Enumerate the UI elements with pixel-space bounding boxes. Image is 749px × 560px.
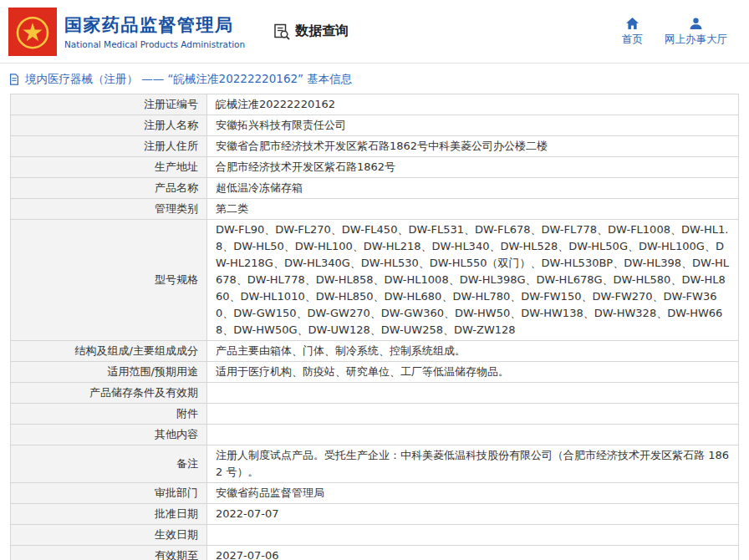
row-value: DW-FL90、DW-FL270、DW-FL450、DW-FL531、DW-FL… bbox=[216, 223, 729, 336]
info-table: 注册证编号皖械注准20222220162注册人名称安徽拓兴科技有限责任公司注册人… bbox=[10, 94, 739, 560]
table-row: 产品名称超低温冷冻储存箱 bbox=[11, 178, 739, 199]
row-label: 生产地址 bbox=[155, 160, 198, 173]
row-value-cell: 第二类 bbox=[207, 199, 739, 220]
table-row: 结构及组成/主要组成成分产品主要由箱体、门体、制冷系统、控制系统组成。 bbox=[11, 341, 739, 362]
row-value-cell: 安徽省合肥市经济技术开发区紫石路1862号中科美菱公司办公楼二楼 bbox=[207, 136, 739, 157]
site-header: 国家药品监督管理局 National Medical Products Admi… bbox=[0, 0, 749, 64]
row-label: 适用范围/预期用途 bbox=[108, 365, 198, 378]
table-row: 适用范围/预期用途适用于医疗机构、防疫站、研究单位、工厂等低温储存物品。 bbox=[11, 362, 739, 383]
table-row: 有效期至2027-07-06 bbox=[11, 546, 739, 560]
row-label-cell: 结构及组成/主要组成成分 bbox=[11, 341, 207, 362]
breadcrumb-text: 境内医疗器械（注册） —— “皖械注准20222220162” 基本信息 bbox=[25, 72, 352, 87]
row-value: 产品主要由箱体、门体、制冷系统、控制系统组成。 bbox=[216, 344, 466, 357]
data-query-label: 数据查询 bbox=[295, 23, 349, 40]
nav-home[interactable]: 首页 bbox=[622, 17, 643, 47]
row-value: 合肥市经济技术开发区紫石路1862号 bbox=[216, 160, 395, 173]
row-value: 超低温冷冻储存箱 bbox=[216, 181, 303, 194]
brand: 国家药品监督管理局 National Medical Products Admi… bbox=[8, 8, 245, 56]
row-value: 皖械注准20222220162 bbox=[216, 98, 335, 110]
row-value-cell: 超低温冷冻储存箱 bbox=[207, 178, 739, 199]
row-label: 产品名称 bbox=[155, 181, 198, 194]
home-icon bbox=[625, 17, 639, 31]
row-value-cell: 注册人制度试点产品。受托生产企业：中科美菱低温科技股份有限公司（合肥市经济技术开… bbox=[207, 445, 739, 483]
brand-text: 国家药品监督管理局 National Medical Products Admi… bbox=[64, 13, 245, 49]
site-title: 国家药品监督管理局 bbox=[64, 13, 245, 37]
row-label: 批准日期 bbox=[155, 507, 198, 520]
table-wrap: 注册证编号皖械注准20222220162注册人名称安徽拓兴科技有限责任公司注册人… bbox=[0, 94, 749, 560]
row-label: 其他内容 bbox=[155, 428, 198, 440]
table-row: 注册人名称安徽拓兴科技有限责任公司 bbox=[11, 115, 739, 136]
row-value-cell: 产品主要由箱体、门体、制冷系统、控制系统组成。 bbox=[207, 341, 739, 362]
row-value: 安徽省合肥市经济技术开发区紫石路1862号中科美菱公司办公楼二楼 bbox=[216, 140, 548, 152]
row-label-cell: 注册人名称 bbox=[11, 115, 207, 136]
nmpa-emblem-logo bbox=[8, 8, 57, 56]
row-value-cell: 安徽省药品监督管理局 bbox=[207, 483, 739, 504]
table-row: 备注注册人制度试点产品。受托生产企业：中科美菱低温科技股份有限公司（合肥市经济技… bbox=[11, 445, 739, 483]
row-label: 附件 bbox=[176, 407, 198, 420]
data-query-icon bbox=[273, 23, 290, 40]
table-row: 管理类别第二类 bbox=[11, 199, 739, 220]
table-row: 批准日期2022-07-07 bbox=[11, 504, 739, 525]
row-value: 安徽拓兴科技有限责任公司 bbox=[216, 119, 346, 131]
table-row: 生效日期 bbox=[11, 525, 739, 546]
table-row: 附件 bbox=[11, 404, 739, 425]
row-label: 注册人名称 bbox=[144, 119, 198, 131]
row-value-cell: 合肥市经济技术开发区紫石路1862号 bbox=[207, 157, 739, 178]
table-row: 注册证编号皖械注准20222220162 bbox=[11, 94, 739, 115]
row-label-cell: 管理类别 bbox=[11, 199, 207, 220]
data-query-section: 数据查询 bbox=[273, 23, 349, 40]
row-label: 审批部门 bbox=[155, 486, 198, 499]
row-label-cell: 生效日期 bbox=[11, 525, 207, 546]
row-label-cell: 产品储存条件及有效期 bbox=[11, 383, 207, 404]
row-value-cell: 安徽拓兴科技有限责任公司 bbox=[207, 115, 739, 136]
row-value-cell: 2022-07-07 bbox=[207, 504, 739, 525]
row-value: 注册人制度试点产品。受托生产企业：中科美菱低温科技股份有限公司（合肥市经济技术开… bbox=[216, 449, 729, 478]
row-label-cell: 注册证编号 bbox=[11, 94, 207, 115]
row-label: 有效期至 bbox=[155, 549, 198, 560]
row-label-cell: 附件 bbox=[11, 404, 207, 425]
row-label-cell: 审批部门 bbox=[11, 483, 207, 504]
info-table-body: 注册证编号皖械注准20222220162注册人名称安徽拓兴科技有限责任公司注册人… bbox=[11, 94, 739, 560]
row-label: 管理类别 bbox=[155, 202, 198, 215]
table-row: 产品储存条件及有效期 bbox=[11, 383, 739, 404]
row-label-cell: 有效期至 bbox=[11, 546, 207, 560]
site-subtitle: National Medical Products Administration bbox=[64, 39, 245, 49]
table-row: 注册人住所安徽省合肥市经济技术开发区紫石路1862号中科美菱公司办公楼二楼 bbox=[11, 136, 739, 157]
row-label-cell: 备注 bbox=[11, 445, 207, 483]
row-label: 注册证编号 bbox=[144, 98, 198, 110]
table-row: 其他内容 bbox=[11, 425, 739, 445]
document-icon bbox=[8, 74, 20, 85]
nav-home-label: 首页 bbox=[622, 33, 643, 47]
row-value: 安徽省药品监督管理局 bbox=[216, 486, 324, 499]
row-value-cell bbox=[207, 425, 739, 445]
row-label-cell: 其他内容 bbox=[11, 425, 207, 445]
row-label: 产品储存条件及有效期 bbox=[89, 386, 198, 399]
row-value-cell bbox=[207, 404, 739, 425]
row-value: 第二类 bbox=[216, 202, 248, 215]
table-row: 生产地址合肥市经济技术开发区紫石路1862号 bbox=[11, 157, 739, 178]
breadcrumb: 境内医疗器械（注册） —— “皖械注准20222220162” 基本信息 bbox=[0, 64, 749, 94]
row-value: 2027-07-06 bbox=[216, 549, 279, 560]
row-value-cell: 适用于医疗机构、防疫站、研究单位、工厂等低温储存物品。 bbox=[207, 362, 739, 383]
row-label: 注册人住所 bbox=[144, 140, 198, 152]
nav-service-hall-label: 网上办事大厅 bbox=[665, 33, 727, 47]
row-label-cell: 注册人住所 bbox=[11, 136, 207, 157]
row-value: 适用于医疗机构、防疫站、研究单位、工厂等低温储存物品。 bbox=[216, 365, 509, 378]
nav-service-hall[interactable]: 网上办事大厅 bbox=[665, 17, 727, 47]
row-label: 结构及组成/主要组成成分 bbox=[75, 344, 198, 357]
row-label-cell: 适用范围/预期用途 bbox=[11, 362, 207, 383]
row-value-cell bbox=[207, 383, 739, 404]
row-value-cell bbox=[207, 525, 739, 546]
row-label-cell: 生产地址 bbox=[11, 157, 207, 178]
row-label-cell: 批准日期 bbox=[11, 504, 207, 525]
table-row: 型号规格DW-FL90、DW-FL270、DW-FL450、DW-FL531、D… bbox=[11, 220, 739, 341]
row-label-cell: 产品名称 bbox=[11, 178, 207, 199]
row-value: 2022-07-07 bbox=[216, 507, 279, 520]
user-icon bbox=[689, 17, 703, 31]
row-label-cell: 型号规格 bbox=[11, 220, 207, 341]
row-label: 备注 bbox=[176, 457, 198, 470]
row-label: 型号规格 bbox=[155, 273, 198, 286]
row-label: 生效日期 bbox=[155, 528, 198, 541]
row-value-cell: DW-FL90、DW-FL270、DW-FL450、DW-FL531、DW-FL… bbox=[207, 220, 739, 341]
page: 国家药品监督管理局 National Medical Products Admi… bbox=[0, 0, 749, 560]
